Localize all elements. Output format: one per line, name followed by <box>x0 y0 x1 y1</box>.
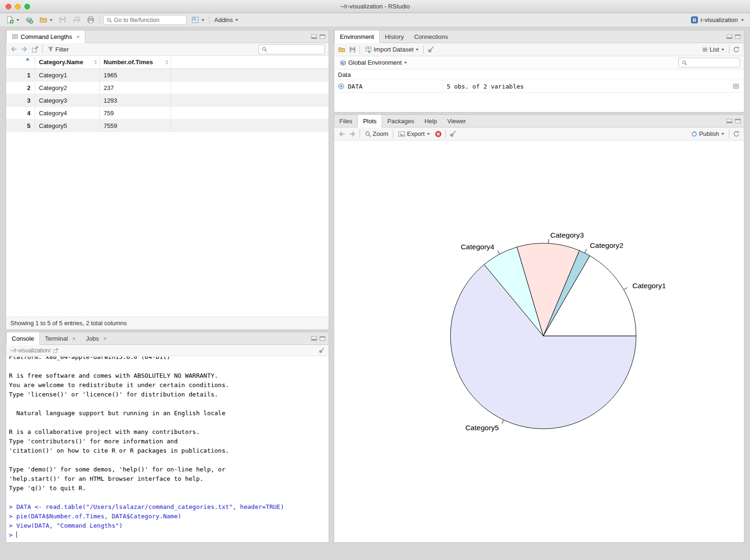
console-output-line <box>9 493 326 502</box>
zoom-window-button[interactable] <box>24 4 30 9</box>
console-line-text: Natural language support but running in … <box>9 410 225 417</box>
export-plot-button[interactable]: Export <box>397 129 431 139</box>
zoom-plot-button[interactable]: Zoom <box>363 129 390 138</box>
table-search-input[interactable] <box>269 46 321 52</box>
console-input-line: > pie(DATA$Number.of.Times, DATA$Categor… <box>9 512 326 521</box>
load-workspace-icon[interactable] <box>338 46 345 53</box>
open-in-new-window-icon[interactable] <box>31 45 39 53</box>
close-tab-icon[interactable]: × <box>72 335 76 342</box>
new-file-button[interactable] <box>5 15 21 25</box>
object-summary: 5 obs. of 2 variables <box>443 83 733 90</box>
save-all-button[interactable] <box>71 15 82 25</box>
environment-entries: DATA5 obs. of 2 variables <box>334 80 744 93</box>
row-number: 2 <box>6 82 35 94</box>
console-line-text: R is a collaborative project with many c… <box>9 428 200 435</box>
list-view-button[interactable]: List <box>700 45 726 54</box>
tab-connections[interactable]: Connections <box>409 30 453 43</box>
tab-plots[interactable]: Plots <box>357 115 382 127</box>
remove-plot-icon[interactable] <box>435 130 442 138</box>
clear-environment-icon[interactable] <box>427 46 435 53</box>
tab-help[interactable]: Help <box>419 115 442 127</box>
console-line-text: Platform: x86_64-apple-darwin15.6.0 (64-… <box>9 357 170 360</box>
clear-console-icon[interactable] <box>318 347 325 354</box>
close-window-button[interactable] <box>6 4 11 9</box>
maximize-pane-icon[interactable] <box>319 335 326 342</box>
chevron-down-icon <box>721 49 724 51</box>
pane-layout-button[interactable] <box>190 15 206 25</box>
console-tabbar: Console Terminal× Jobs× <box>6 332 329 345</box>
open-file-button[interactable] <box>38 15 54 25</box>
console-cursor <box>16 531 17 538</box>
close-tab-icon[interactable]: × <box>103 335 107 342</box>
project-r-icon <box>690 16 698 24</box>
new-project-button[interactable] <box>24 15 35 25</box>
environment-search-input[interactable] <box>689 60 734 66</box>
pane-buttons <box>726 115 744 127</box>
project-name-label: r-visualization <box>701 16 738 23</box>
save-workspace-icon[interactable] <box>349 46 356 53</box>
addins-button[interactable]: Addins <box>213 15 240 24</box>
open-directory-icon[interactable] <box>53 348 59 353</box>
tab-command-lengths[interactable]: Command Lengths × <box>6 30 85 43</box>
minimize-pane-icon[interactable] <box>726 33 733 40</box>
row-number: 3 <box>6 94 35 106</box>
forward-icon[interactable] <box>21 45 28 53</box>
project-menu-button[interactable]: r-visualization <box>689 15 745 25</box>
tab-packages[interactable]: Packages <box>382 115 419 127</box>
pie-chart: Category1Category2Category3Category4Cate… <box>334 141 745 543</box>
console-line-text: Type 'license()' or 'licence()' for dist… <box>9 391 218 398</box>
next-plot-icon[interactable] <box>349 130 356 138</box>
refresh-plot-icon[interactable] <box>733 130 740 138</box>
save-button[interactable] <box>57 15 68 25</box>
cell-number-of-times: 1293 <box>100 94 171 106</box>
environment-object-row[interactable]: DATA5 obs. of 2 variables <box>334 80 744 93</box>
refresh-icon[interactable] <box>733 46 740 53</box>
console-output[interactable]: Platform: x86_64-apple-darwin15.6.0 (64-… <box>6 357 329 542</box>
column-header-number-of-times[interactable]: Number.of.Times <box>100 56 171 68</box>
environment-cube-icon <box>339 59 347 67</box>
tab-jobs[interactable]: Jobs× <box>81 332 112 344</box>
console-line-text: > DATA <- read.table("/Users/lsalazar/co… <box>9 503 284 510</box>
back-icon[interactable] <box>10 45 17 53</box>
cell-number-of-times: 237 <box>100 82 171 94</box>
expand-object-icon[interactable] <box>338 83 345 90</box>
column-header-category-name[interactable]: Category.Name <box>35 56 100 68</box>
goto-file-input[interactable] <box>114 17 180 23</box>
clear-all-plots-icon[interactable] <box>449 130 457 138</box>
environment-scope-row: Global Environment <box>334 56 744 69</box>
traffic-lights <box>6 4 30 9</box>
toolbar-divider <box>423 45 424 54</box>
chevron-down-icon <box>721 133 724 135</box>
list-view-label: List <box>710 46 719 53</box>
tab-viewer[interactable]: Viewer <box>442 115 471 127</box>
console-path-bar: ~/r-visualization/ <box>6 345 329 356</box>
tab-files[interactable]: Files <box>334 115 357 127</box>
toolbar-divider <box>209 16 210 24</box>
environment-scope-button[interactable]: Global Environment <box>338 58 408 67</box>
maximize-pane-icon[interactable] <box>319 33 326 40</box>
close-tab-icon[interactable]: × <box>76 33 80 40</box>
minimize-window-button[interactable] <box>15 4 21 9</box>
data-viewer-pane: Command Lengths × Filter Category.Name N… <box>6 30 329 330</box>
filter-button[interactable]: Filter <box>46 45 70 54</box>
row-number-header[interactable] <box>6 56 35 68</box>
maximize-pane-icon[interactable] <box>735 118 741 124</box>
view-table-icon[interactable] <box>733 83 739 90</box>
minimize-pane-icon[interactable] <box>311 33 317 40</box>
plot-area: Category1Category2Category3Category4Cate… <box>334 141 744 542</box>
publish-button[interactable]: Publish <box>690 129 726 138</box>
tab-history[interactable]: History <box>380 30 409 43</box>
minimize-pane-icon[interactable] <box>311 335 317 342</box>
print-button[interactable] <box>85 15 96 25</box>
tab-console[interactable]: Console <box>6 332 40 345</box>
toolbar-divider <box>393 130 393 138</box>
zoom-icon <box>365 131 371 137</box>
previous-plot-icon[interactable] <box>338 130 345 138</box>
tab-terminal[interactable]: Terminal× <box>40 332 81 344</box>
import-dataset-button[interactable]: Import Dataset <box>363 45 420 54</box>
tab-environment[interactable]: Environment <box>334 30 380 43</box>
minimize-pane-icon[interactable] <box>726 118 733 124</box>
maximize-pane-icon[interactable] <box>735 33 741 40</box>
console-input-line: > View(DATA, "Command Lengths") <box>9 521 326 530</box>
export-label: Export <box>407 130 425 137</box>
